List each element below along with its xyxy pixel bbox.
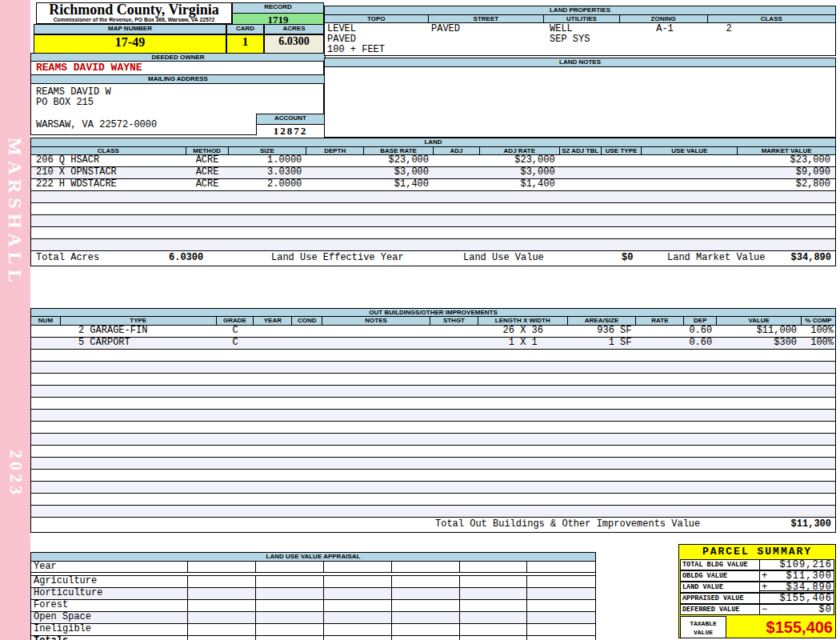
col-class: CLASS [708,15,836,23]
land-properties-values: LEVEL PAVED 100 + FEET PAVED WELL SEP SY… [325,23,835,56]
land-properties-title: LAND PROPERTIES [325,6,835,15]
col-utilities: UTILITIES [544,15,620,23]
appraised-value: $155,406 [779,594,832,603]
ob-col-grade: GRADE [217,317,254,326]
land-col-use-value: USE VALUE [642,147,738,155]
land-value: $34,890 [786,582,832,592]
total-acres-label: Total Acres [36,251,99,265]
topo-value-3: 100 + FEET [327,45,385,55]
outbuilding-empty-row [31,362,835,374]
tax-year-watermark: 2023 [6,450,26,498]
land-use-row-ineligible: Ineligible [31,624,595,636]
outbuilding-empty-row [31,386,835,398]
map-number-label: MAP NUMBER [34,24,226,34]
land-use-row-open-space: Open Space [31,612,595,624]
street-value: PAVED [431,24,460,34]
ob-col-type: TYPE [61,317,217,326]
land-col-base-rate: BASE RATE [364,147,434,155]
land-col-sz-adj-tbl: SZ ADJ TBL [560,147,602,155]
land-use-value-label: Land Use Value [463,251,544,265]
map-number-value: 17-49 [34,34,226,54]
land-table-title: LAND [31,138,835,147]
taxable-value-label: TAXABLE VALUE [680,616,726,638]
parcel-summary-title: PARCEL SUMMARY [680,546,834,559]
summary-row-deferred: DEFERRED VALUE − $0 [680,604,834,615]
land-use-appraisal-table: LAND USE VALUE APPRAISAL Year Agricultur… [30,552,596,640]
total-bldg-value: $109,216 [779,560,832,570]
ob-col-num: NUM [31,317,61,326]
ob-col-length-width: LENGTH X WIDTH [478,317,568,326]
land-properties-header-row: TOPO STREET UTILITIES ZONING CLASS [325,15,835,23]
land-empty-row [31,203,835,215]
deferred-value: $0 [819,605,832,614]
outbuilding-empty-row [31,422,835,434]
outbuilding-row: 5 CARPORT C 1 X 1 1 SF 0.60 $300 100% [31,338,835,350]
col-topo: TOPO [325,15,429,23]
outbuildings-total-row: Total Out Buildings & Other Improvements… [31,518,835,532]
land-empty-row [31,227,835,239]
land-col-size: SIZE [229,147,307,155]
outbuilding-empty-row [31,410,835,422]
parcel-summary: PARCEL SUMMARY TOTAL BLDG VALUE $109,216… [678,544,836,638]
land-table-header-row: CLASS METHOD SIZE DEPTH BASE RATE ADJ AD… [31,147,835,155]
outbuildings-total-label: Total Out Buildings & Other Improvements… [435,518,700,531]
land-col-class: CLASS [31,147,186,155]
land-use-appraisal-title: LAND USE VALUE APPRAISAL [31,553,595,562]
card-label: CARD [226,24,264,34]
summary-row-taxable: TAXABLE VALUE $155,406 [680,616,834,638]
summary-row-land: LAND VALUE + $34,890 [680,582,834,593]
parcel-id-row: MAP NUMBER CARD ACRES 17-49 1 6.0300 [34,24,324,54]
outbuildings-header-row: NUM TYPE GRADE YEAR COND NOTES STHGT LEN… [31,317,835,326]
outbuilding-empty-row [31,482,835,494]
land-table: LAND CLASS METHOD SIZE DEPTH BASE RATE A… [30,138,836,266]
summary-row-total-bldg: TOTAL BLDG VALUE $109,216 [680,559,834,570]
summary-row-obldg: OBLDG VALUE + $11,300 [680,570,834,582]
land-col-depth: DEPTH [306,147,364,155]
land-row: 222 H WDSTACRE ACRE 2.0000 $1,400 $1,400… [31,179,835,191]
outbuilding-empty-row [31,350,835,362]
account-label: ACCOUNT [257,114,324,125]
card-value: 1 [226,34,264,54]
mail-line-2: PO BOX 215 [36,97,94,108]
vendor-watermark: MARSHALL [4,138,26,287]
obldg-value: $11,300 [786,571,832,581]
outbuilding-empty-row [31,434,835,446]
land-col-adj-rate: ADJ RATE [480,147,560,155]
deeded-owner-name: REAMS DAVID WAYNE [30,61,324,75]
record-box: RECORD 1719 [232,2,324,24]
outbuilding-empty-row [31,458,835,470]
total-acres-value: 6.0300 [169,251,203,265]
land-use-row-year: Year [31,562,595,573]
outbuilding-row: 2 GARAGE-FIN C 26 X 36 936 SF 0.60 $11,0… [31,326,835,338]
county-title: Richmond County, Virginia [37,3,231,17]
land-row: 210 X OPNSTACR ACRE 3.0300 $3,000 $3,000… [31,167,835,179]
land-notes-title: LAND NOTES [325,58,835,67]
land-col-market-value: MARKET VALUE [738,147,835,155]
land-empty-row [31,215,835,227]
record-label: RECORD [232,2,324,14]
outbuildings-total-value: $11,300 [791,518,831,531]
land-row: 206 Q HSACR ACRE 1.0000 $23,000 $23,000 … [31,155,835,167]
land-col-use-type: USE TYPE [602,147,642,155]
col-zoning: ZONING [620,15,708,23]
mail-line-3: WARSAW, VA 22572-0000 [36,119,157,130]
taxable-value: $155,406 [726,616,834,638]
land-properties-section: LAND PROPERTIES TOPO STREET UTILITIES ZO… [324,6,836,56]
land-market-value: $34,890 [791,251,831,265]
land-use-effective-year-label: Land Use Effective Year [271,251,404,265]
ob-col-dep: DEP [684,317,717,326]
land-empty-row [31,239,835,251]
op-sign: − [762,605,767,614]
ob-col-area-size: AREA/SIZE [568,317,637,326]
land-col-adj: ADJ [434,147,480,155]
outbuilding-empty-row [31,506,835,518]
land-use-value: $0 [622,251,633,265]
mail-line-1: REAMS DAVID W [36,86,111,98]
land-notes-section: LAND NOTES [324,58,836,138]
ob-col-notes: NOTES [322,317,430,326]
col-street: STREET [429,15,545,23]
ob-col-value: VALUE [717,317,802,326]
outbuildings-title: OUT BUILDINGS/OTHER IMPROVEMENTS [31,309,835,317]
outbuilding-empty-row [31,446,835,458]
county-header: Richmond County, Virginia Commissioner o… [36,2,232,24]
